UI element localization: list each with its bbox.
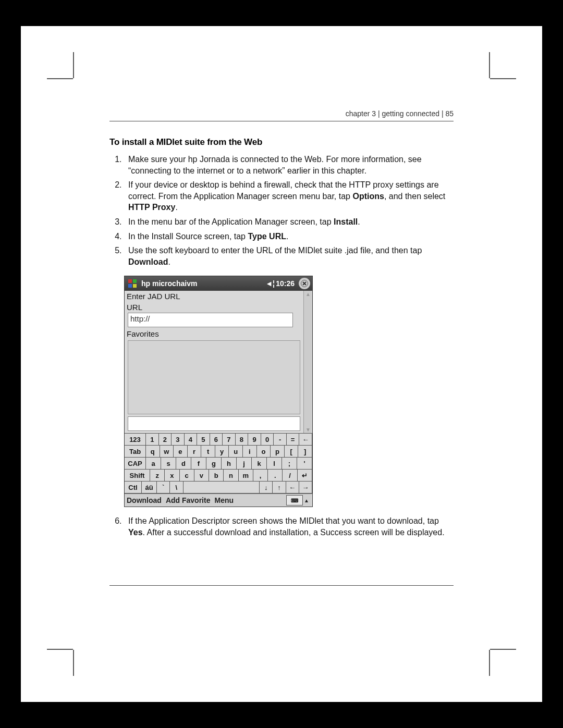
key-comma[interactable]: , — [253, 470, 268, 481]
device-screenshot: hp microchaivm ◄¦ 10:26 Enter JAD URL UR… — [124, 276, 313, 507]
key-b[interactable]: b — [209, 470, 224, 481]
svg-rect-0 — [128, 279, 132, 283]
clock[interactable]: 10:26 — [274, 279, 297, 288]
key-t[interactable]: t — [201, 446, 215, 457]
footer-rule — [109, 585, 454, 586]
scroll-up-icon[interactable]: ▲ — [304, 291, 312, 298]
section-title: To install a MIDlet suite from the Web — [109, 137, 454, 147]
key-w[interactable]: w — [160, 446, 174, 457]
key-m[interactable]: m — [239, 470, 253, 481]
key-accents[interactable]: áü — [142, 482, 157, 493]
enter-url-label: Enter JAD URL — [126, 291, 302, 302]
sip-keyboard-icon[interactable]: ⌨ — [286, 495, 303, 505]
key-o[interactable]: o — [257, 446, 271, 457]
url-input[interactable]: http:// — [128, 313, 293, 327]
key-tab[interactable]: Tab — [125, 446, 146, 457]
key-l[interactable]: l — [267, 458, 282, 469]
key-y[interactable]: y — [215, 446, 229, 457]
key-p[interactable]: p — [271, 446, 285, 457]
instruction-list-top: Make sure your hp Jornada is connected t… — [109, 154, 454, 267]
key-enter[interactable]: ↵ — [298, 470, 312, 481]
title-bar: hp microchaivm ◄¦ 10:26 — [125, 276, 312, 291]
favorites-listbox[interactable] — [128, 340, 300, 414]
step-2: If your device or desktop is behind a fi… — [124, 179, 454, 213]
svg-rect-3 — [133, 284, 137, 288]
key-backslash[interactable]: \ — [170, 482, 183, 493]
key-4[interactable]: 4 — [185, 434, 198, 445]
step-1: Make sure your hp Jornada is connected t… — [124, 154, 454, 176]
key-cap[interactable]: CAP — [125, 458, 146, 469]
key-j[interactable]: j — [237, 458, 252, 469]
key-rbracket[interactable]: ] — [298, 446, 312, 457]
page-number: 85 — [445, 109, 454, 118]
key-apostrophe[interactable]: ' — [297, 458, 312, 469]
key-k[interactable]: k — [252, 458, 267, 469]
key-v[interactable]: v — [194, 470, 209, 481]
key-shift[interactable]: Shift — [125, 470, 150, 481]
step-6: If the Application Descriptor screen sho… — [124, 515, 454, 538]
step-4: In the Install Source screen, tap Type U… — [124, 231, 454, 242]
key-a[interactable]: a — [146, 458, 161, 469]
menu-menu[interactable]: Menu — [214, 496, 234, 504]
app-title: hp microchaivm — [140, 279, 265, 288]
key-space[interactable] — [183, 482, 260, 493]
key-8[interactable]: 8 — [236, 434, 249, 445]
svg-rect-2 — [128, 284, 132, 288]
key-0[interactable]: 0 — [261, 434, 274, 445]
scroll-down-icon[interactable]: ▼ — [304, 426, 312, 433]
scrollbar[interactable]: ▲ ▼ — [303, 291, 312, 433]
instruction-list-bottom: If the Application Descriptor screen sho… — [109, 515, 454, 538]
svg-rect-1 — [133, 279, 137, 283]
secondary-input[interactable] — [128, 416, 300, 431]
key-1[interactable]: 1 — [146, 434, 159, 445]
key-q[interactable]: q — [146, 446, 160, 457]
close-button[interactable] — [299, 278, 310, 289]
key-backtick[interactable]: ` — [157, 482, 170, 493]
key-left[interactable]: ← — [286, 482, 299, 493]
key-lbracket[interactable]: [ — [285, 446, 299, 457]
url-label: URL — [126, 302, 302, 313]
key-3[interactable]: 3 — [172, 434, 185, 445]
key-z[interactable]: z — [150, 470, 165, 481]
menu-download[interactable]: Download — [127, 496, 162, 504]
soft-keyboard[interactable]: 123 1 2 3 4 5 6 7 8 9 0 - = ← Tab — [125, 433, 312, 493]
menu-bar: Download Add Favorite Menu ⌨ ▲ — [125, 493, 312, 507]
speaker-icon[interactable]: ◄¦ — [265, 279, 274, 288]
key-s[interactable]: s — [161, 458, 176, 469]
key-x[interactable]: x — [165, 470, 179, 481]
key-2[interactable]: 2 — [159, 434, 172, 445]
key-up[interactable]: ↑ — [273, 482, 286, 493]
key-n[interactable]: n — [224, 470, 238, 481]
step-5: Use the soft keyboard to enter the URL o… — [124, 245, 454, 267]
section-label: getting connected — [382, 109, 439, 118]
key-i[interactable]: i — [243, 446, 257, 457]
key-slash[interactable]: / — [283, 470, 297, 481]
key-ctl[interactable]: Ctl — [125, 482, 142, 493]
windows-flag-icon[interactable] — [127, 278, 138, 289]
key-down[interactable]: ↓ — [260, 482, 273, 493]
chapter-label: chapter 3 — [346, 109, 376, 118]
key-right[interactable]: → — [299, 482, 312, 493]
key-123[interactable]: 123 — [125, 434, 146, 445]
key-c[interactable]: c — [180, 470, 194, 481]
key-d[interactable]: d — [176, 458, 191, 469]
key-dash[interactable]: - — [274, 434, 287, 445]
page-header: chapter 3 | getting connected | 85 — [109, 109, 454, 121]
key-semicolon[interactable]: ; — [282, 458, 297, 469]
key-h[interactable]: h — [222, 458, 237, 469]
favorites-label: Favorites — [126, 328, 302, 339]
key-9[interactable]: 9 — [248, 434, 261, 445]
key-period[interactable]: . — [268, 470, 283, 481]
key-7[interactable]: 7 — [223, 434, 236, 445]
key-f[interactable]: f — [191, 458, 206, 469]
menu-up-icon[interactable]: ▲ — [303, 498, 310, 503]
key-6[interactable]: 6 — [210, 434, 223, 445]
menu-add-favorite[interactable]: Add Favorite — [166, 496, 211, 504]
key-backspace[interactable]: ← — [299, 434, 312, 445]
key-5[interactable]: 5 — [197, 434, 210, 445]
key-equals[interactable]: = — [287, 434, 300, 445]
key-r[interactable]: r — [188, 446, 202, 457]
key-g[interactable]: g — [206, 458, 222, 469]
key-u[interactable]: u — [229, 446, 243, 457]
key-e[interactable]: e — [174, 446, 188, 457]
